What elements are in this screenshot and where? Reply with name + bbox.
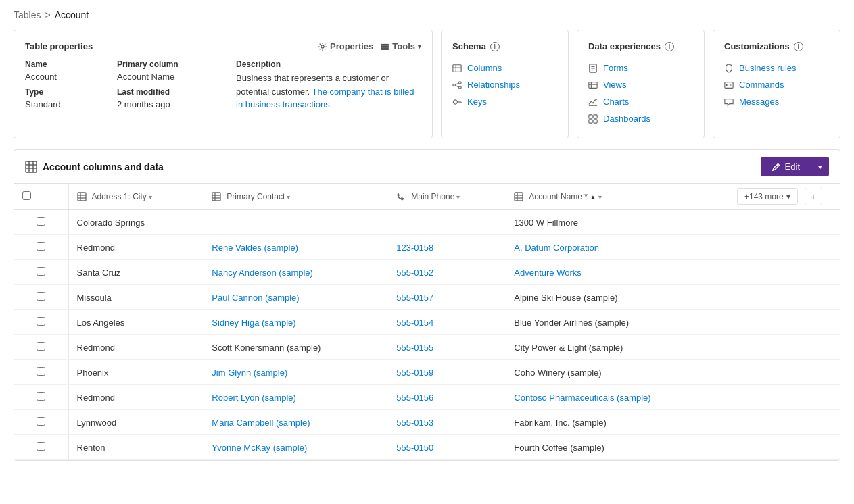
phone-cell: 555-0150	[388, 435, 506, 460]
more-columns-button[interactable]: +143 more ▾	[737, 188, 798, 205]
more-cols-header[interactable]: +143 more ▾ +	[732, 184, 840, 210]
row-checkbox[interactable]	[37, 317, 45, 326]
checkbox-col-header	[14, 184, 68, 210]
row-checkbox[interactable]	[37, 242, 45, 251]
charts-link[interactable]: Charts	[588, 93, 693, 110]
account-name-link[interactable]: A. Datum Corporation	[514, 243, 599, 253]
contact-link[interactable]: Rene Valdes (sample)	[212, 243, 298, 253]
edit-chevron-button[interactable]: ▾	[811, 157, 829, 176]
charts-label: Charts	[603, 97, 629, 107]
views-link[interactable]: Views	[588, 76, 693, 93]
contact-cell: Yvonne McKay (sample)	[204, 435, 388, 460]
row-checkbox[interactable]	[37, 392, 45, 401]
add-column-button[interactable]: +	[805, 188, 822, 205]
data-section-title: Account columns and data	[25, 161, 164, 173]
primary-col-label: Primary column	[117, 59, 225, 69]
schema-columns-link[interactable]: Columns	[452, 59, 557, 76]
svg-rect-25	[594, 114, 597, 118]
row-checkbox[interactable]	[37, 292, 45, 301]
accountname-col-header[interactable]: Account Name * ▲ ▾	[506, 184, 732, 210]
table-props-content: Name Account Type Standard Primary colum…	[25, 59, 421, 115]
row-checkbox[interactable]	[37, 417, 45, 426]
svg-rect-46	[515, 193, 523, 201]
business-rules-link[interactable]: Business rules	[724, 59, 829, 76]
table-row: MissoulaPaul Cannon (sample)555-0157Alpi…	[14, 285, 840, 310]
row-checkbox-cell	[14, 435, 68, 460]
accountname-col-icon	[514, 192, 523, 201]
contact-link[interactable]: Jim Glynn (sample)	[212, 368, 287, 378]
phone-sort-icon: ▾	[456, 193, 460, 201]
row-checkbox-cell	[14, 410, 68, 435]
account-name-cell: A. Datum Corporation	[506, 235, 732, 260]
account-name-cell: Adventure Works	[506, 260, 732, 285]
messages-link[interactable]: Messages	[724, 93, 829, 110]
account-name-link[interactable]: Contoso Pharmaceuticals (sample)	[514, 393, 650, 403]
city-col-header[interactable]: Address 1: City ▾	[68, 184, 204, 210]
forms-link[interactable]: Forms	[588, 59, 693, 76]
dashboards-label: Dashboards	[603, 114, 650, 124]
accountname-sort-desc-icon: ▾	[598, 193, 602, 201]
row-checkbox[interactable]	[37, 367, 45, 376]
breadcrumb-current: Account	[55, 9, 89, 20]
phone-cell: 123-0158	[388, 235, 506, 260]
props-name-col: Name Account Type Standard	[25, 59, 106, 115]
table-row: RedmondRene Valdes (sample)123-0158A. Da…	[14, 235, 840, 260]
table-properties-card: Table properties Properties Tools	[14, 30, 433, 138]
name-value: Account	[25, 72, 106, 82]
svg-rect-42	[212, 193, 220, 201]
tools-chevron-icon: ▾	[418, 43, 421, 50]
schema-relationships-link[interactable]: Relationships	[452, 76, 557, 93]
data-exp-info-icon[interactable]: i	[665, 42, 674, 51]
breadcrumb-tables[interactable]: Tables	[14, 9, 41, 20]
select-all-checkbox[interactable]	[22, 191, 31, 200]
contact-link[interactable]: Maria Campbell (sample)	[212, 418, 310, 428]
row-checkbox[interactable]	[37, 442, 45, 451]
row-checkbox[interactable]	[37, 342, 45, 351]
row-checkbox-cell	[14, 210, 68, 235]
name-label: Name	[25, 59, 106, 69]
extra-col-cell	[732, 385, 840, 410]
row-checkbox[interactable]	[37, 217, 45, 226]
extra-col-cell	[732, 210, 840, 235]
row-checkbox-cell	[14, 360, 68, 385]
contact-cell	[204, 210, 388, 235]
city-col-label: Address 1: City	[92, 192, 147, 201]
edit-button[interactable]: Edit	[761, 157, 811, 176]
contact-link[interactable]: Nancy Anderson (sample)	[212, 268, 313, 278]
contact-link[interactable]: Paul Cannon (sample)	[212, 293, 299, 303]
svg-point-9	[459, 86, 462, 89]
city-cell: Missoula	[68, 285, 204, 310]
customizations-info-icon[interactable]: i	[794, 42, 803, 51]
phone-value: 555-0155	[396, 343, 433, 353]
tools-button[interactable]: Tools ▾	[380, 41, 421, 51]
phone-value: 555-0152	[396, 268, 433, 278]
phone-cell: 555-0154	[388, 310, 506, 335]
contact-sort-icon: ▾	[287, 193, 290, 201]
city-col-icon	[77, 192, 87, 201]
account-name-link[interactable]: Adventure Works	[514, 268, 581, 278]
contact-col-header[interactable]: Primary Contact ▾	[204, 184, 388, 210]
properties-button[interactable]: Properties	[318, 41, 373, 51]
table-row: Los AngelesSidney Higa (sample)555-0154B…	[14, 310, 840, 335]
contact-link[interactable]: Sidney Higa (sample)	[212, 318, 295, 328]
phone-cell: 555-0155	[388, 335, 506, 360]
schema-keys-link[interactable]: Keys	[452, 93, 557, 110]
commands-link[interactable]: Commands	[724, 76, 829, 93]
contact-link[interactable]: Robert Lyon (sample)	[212, 393, 296, 403]
svg-rect-24	[589, 114, 592, 118]
phone-col-header[interactable]: Main Phone ▾	[388, 184, 506, 210]
dashboards-link[interactable]: Dashboards	[588, 110, 693, 127]
data-section-label: Account columns and data	[43, 161, 164, 172]
account-name-cell: City Power & Light (sample)	[506, 335, 732, 360]
extra-col-cell	[732, 410, 840, 435]
svg-rect-2	[381, 46, 389, 47]
schema-info-icon[interactable]: i	[490, 42, 500, 51]
row-checkbox[interactable]	[37, 267, 45, 276]
contact-link[interactable]: Yvonne McKay (sample)	[212, 443, 307, 453]
contact-cell: Maria Campbell (sample)	[204, 410, 388, 435]
type-value: Standard	[25, 99, 106, 109]
city-cell: Renton	[68, 435, 204, 460]
account-name-cell: Fabrikam, Inc. (sample)	[506, 410, 732, 435]
contact-col-icon	[212, 192, 221, 201]
props-primary-col: Primary column Account Name Last modifie…	[117, 59, 225, 115]
